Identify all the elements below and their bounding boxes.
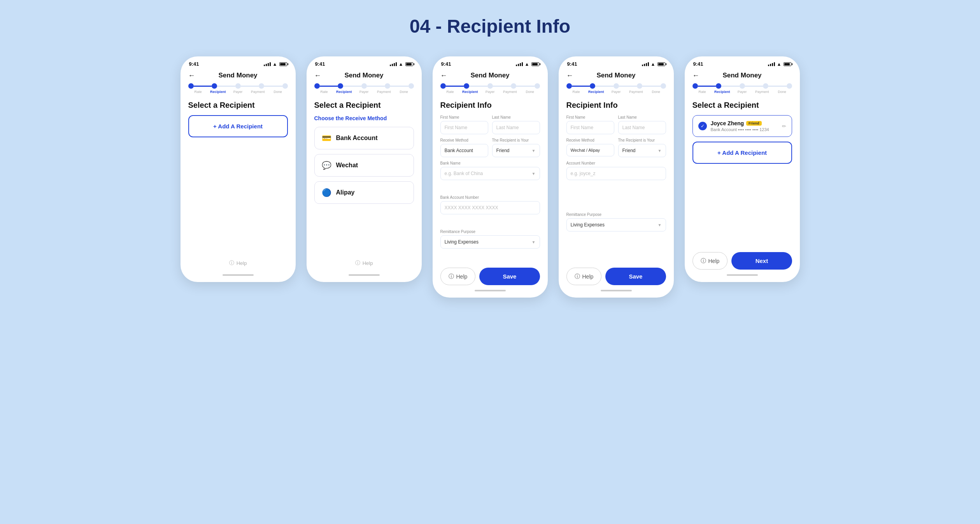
wifi-icon-2: ▲ [399,61,403,67]
header-title-4: Send Money [596,72,635,79]
phone-1: 9:41 ▲ ← Send Money [181,56,296,282]
page-title: 04 - Recipient Info [410,16,570,37]
home-indicator-1 [223,274,254,276]
step-dot-rate-3 [440,83,446,89]
back-button-3[interactable]: ← [440,72,447,80]
phone-header-1: ← Send Money [181,69,296,83]
first-name-input-3[interactable]: First Name [440,121,488,134]
recipient-is-select-4[interactable]: Friend ▼ [618,144,666,157]
last-name-input-4[interactable]: Last Name [618,121,666,134]
receive-method-input-4[interactable]: Wechat / Alipay [566,144,614,156]
status-bar-1: 9:41 ▲ [181,56,296,69]
method-alipay[interactable]: 🔵 Alipay [314,181,414,204]
step-label-payment-2: Payment [374,90,394,94]
step-dot-recipient-2 [338,83,343,89]
step-line-5a [698,86,716,87]
save-button-3[interactable]: Save [479,268,540,285]
back-button-5[interactable]: ← [692,72,699,80]
remittance-purpose-label-3: Remittance Purpose [440,230,540,234]
recipient-sub-5: Bank Account •••• •••• •••• 1234 [711,127,778,132]
step-dot-payment-1 [259,83,264,89]
help-button-3[interactable]: ⓘ Help [440,268,476,285]
help-link-1[interactable]: ⓘ Help [188,259,288,266]
help-label-3: Help [456,273,468,280]
recipient-card-5[interactable]: ✓ Joyce Zheng Friend Bank Account •••• •… [692,115,792,137]
phone-footer-1: ⓘ Help [181,256,296,270]
method-wechat[interactable]: 💬 Wechat [314,154,414,177]
phone-header-5: ← Send Money [685,69,800,83]
phone-body-2: Select a Recipient Choose the Receive Me… [307,95,422,256]
battery-icon-2 [405,62,413,66]
first-name-label-3: First Name [440,115,488,119]
step-line-1a [194,86,212,87]
first-name-input-4[interactable]: First Name [566,121,614,134]
screen-title-3: Recipient Info [440,101,540,110]
step-label-payment-3: Payment [500,90,520,94]
step-dot-done-3 [535,83,540,89]
step-line-2c [367,86,385,87]
edit-icon-5[interactable]: ✏ [782,123,786,129]
remittance-purpose-label-4: Remittance Purpose [566,212,666,217]
method-alipay-label: Alipay [336,189,355,196]
phone-4: 9:41 ▲ ← Send Money [559,56,674,298]
back-button-4[interactable]: ← [566,72,573,80]
receive-method-input-3[interactable]: Bank Account [440,144,488,157]
step-line-2a [320,86,338,87]
step-label-payer-4: Payer [606,90,626,94]
alipay-icon: 🔵 [322,188,331,197]
bank-name-placeholder-3: e.g. Bank of China [445,171,483,176]
step-dot-done-5 [787,83,792,89]
help-link-2[interactable]: ⓘ Help [314,259,414,266]
back-button-2[interactable]: ← [314,72,321,80]
recipient-name-5: Joyce Zheng Friend [711,120,778,126]
help-icon-1: ⓘ [229,259,234,266]
chevron-down-icon-recipient-4: ▼ [658,149,662,153]
bank-icon: 💳 [322,133,331,143]
next-button-5[interactable]: Next [731,252,792,270]
bank-account-number-input-3[interactable]: XXXX XXXX XXXX XXXX [440,201,540,214]
header-title-1: Send Money [218,72,257,79]
phone-3: 9:41 ▲ ← Send Money [433,56,548,298]
wechat-icon: 💬 [322,161,331,170]
step-dot-done-1 [282,83,288,89]
home-indicator-2 [349,274,380,276]
help-button-4[interactable]: ⓘ Help [566,268,602,285]
step-label-rate-1: Rate [188,90,208,94]
step-dot-rate-5 [692,83,698,89]
remittance-purpose-select-3[interactable]: Living Expenses ▼ [440,235,540,249]
step-label-recipient-4: Recipient [586,90,606,94]
wifi-icon-4: ▲ [651,61,656,67]
step-label-done-5: Done [772,90,792,94]
step-label-payment-4: Payment [626,90,646,94]
help-button-5[interactable]: ⓘ Help [692,252,728,270]
recipient-is-select-3[interactable]: Friend ▼ [492,144,540,157]
back-button-1[interactable]: ← [188,72,195,80]
signal-icon [264,62,271,66]
remittance-purpose-select-4[interactable]: Living Expenses ▼ [566,218,666,231]
status-icons-3: ▲ [516,61,539,67]
last-name-label-3: Last Name [492,115,540,119]
add-recipient-button-5[interactable]: + Add A Recipient [692,142,792,164]
help-circle-icon-3: ⓘ [449,273,454,280]
step-label-rate-2: Rate [314,90,334,94]
wifi-icon-5: ▲ [777,61,782,67]
account-number-input-4[interactable]: e.g. joyce_z [566,167,666,180]
recipient-info-5: Joyce Zheng Friend Bank Account •••• •••… [711,120,778,132]
save-button-4[interactable]: Save [605,268,666,285]
phone-footer-3: ⓘ Help Save [433,264,548,285]
step-dot-payment-4 [637,83,642,89]
phone-body-3: Recipient Info First Name First Name Las… [433,95,548,264]
step-label-payer-5: Payer [732,90,752,94]
chevron-down-icon-bank-3: ▼ [532,172,536,176]
screen-title-1: Select a Recipient [188,101,288,110]
phone-footer-5: ⓘ Help Next [685,248,800,270]
last-name-input-3[interactable]: Last Name [492,121,540,134]
account-number-label-4: Account Number [566,161,666,165]
bank-name-select-3[interactable]: e.g. Bank of China ▼ [440,167,540,180]
step-label-payer-3: Payer [480,90,500,94]
step-label-payer-1: Payer [228,90,248,94]
add-recipient-button-1[interactable]: + Add A Recipient [188,115,288,137]
method-bank-account[interactable]: 💳 Bank Account [314,127,414,149]
battery-icon-5 [784,62,791,66]
screen-title-4: Recipient Info [566,101,666,110]
